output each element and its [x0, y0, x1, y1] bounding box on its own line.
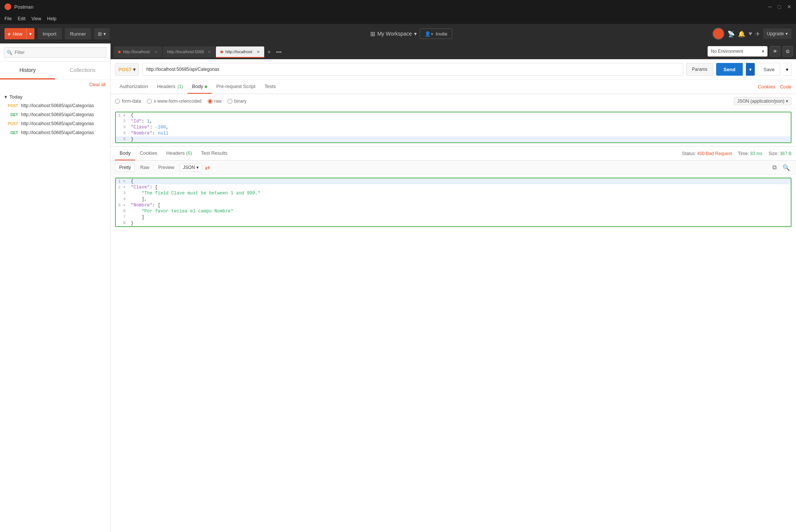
option-raw[interactable]: raw: [208, 99, 221, 104]
tab-headers[interactable]: Headers (1): [153, 80, 187, 94]
menu-help[interactable]: Help: [47, 16, 57, 21]
resp-line-1: 1 ▾ {: [116, 178, 791, 184]
search-input[interactable]: [4, 47, 106, 58]
json-format-selector[interactable]: JSON (application/json) ▾: [734, 97, 792, 105]
method-get-badge-2: GET: [4, 131, 18, 135]
option-binary[interactable]: binary: [227, 99, 247, 104]
tab-dot-1: [118, 51, 121, 53]
menu-file[interactable]: File: [4, 16, 12, 21]
method-post-badge: POST: [4, 104, 18, 108]
response-code-editor[interactable]: 1 ▾ { 2 ▾ "Clave": [ 3 "The field Clave …: [115, 178, 792, 227]
resp-line-6: 6 "Por favor teclea el campo Nombre": [116, 208, 791, 214]
resp-tab-body[interactable]: Body: [115, 146, 135, 160]
resp-tab-tests[interactable]: Test Results: [196, 146, 232, 160]
environment-dropdown[interactable]: No Environment ▾: [708, 46, 768, 57]
sidebar-tabs: History Collections: [0, 62, 110, 80]
sidebar-search-area: 🔍: [0, 43, 110, 62]
close-tab-3[interactable]: ✕: [257, 50, 260, 54]
chevron-down-icon: ▾: [786, 99, 788, 104]
tab-body[interactable]: Body: [187, 80, 212, 94]
code-line-1: 1 ▾ {: [116, 112, 791, 118]
wrap-icon[interactable]: ⇄: [203, 164, 211, 171]
resp-line-2: 2 ▾ "Clave": [: [116, 184, 791, 190]
send-dropdown-button[interactable]: ▾: [746, 63, 755, 76]
upgrade-button[interactable]: Upgrade ▾: [763, 28, 792, 39]
request-tab-1[interactable]: http://localhost: ✕: [114, 46, 162, 58]
history-item-4[interactable]: GET http://localhost:50685/api/Categoria…: [0, 128, 110, 137]
params-button[interactable]: Params: [686, 63, 713, 76]
method-selector[interactable]: POST ▾: [115, 63, 139, 76]
sidebar-tab-history[interactable]: History: [0, 62, 55, 79]
resp-line-5: 5 ▾ "Nombre": [: [116, 202, 791, 208]
option-urlencoded[interactable]: x-www-form-urlencoded: [147, 99, 201, 104]
preview-btn[interactable]: Preview: [154, 163, 178, 172]
chevron-down-icon: ▾: [196, 165, 199, 170]
history-item-2[interactable]: GET http://localhost:50685/api/Categoria…: [0, 110, 110, 119]
close-btn[interactable]: ✕: [787, 4, 792, 10]
send-icon[interactable]: ✈: [755, 30, 760, 37]
save-dropdown-button[interactable]: ▾: [783, 63, 792, 76]
url-input[interactable]: [142, 63, 683, 76]
menu-edit[interactable]: Edit: [18, 16, 25, 21]
search-response-icon[interactable]: 🔍: [781, 164, 792, 171]
copy-icon[interactable]: ⧉: [771, 164, 778, 171]
body-options: form-data x-www-form-urlencoded raw bina…: [111, 94, 796, 109]
raw-btn[interactable]: Raw: [136, 163, 153, 172]
resp-tab-cookies[interactable]: Cookies: [135, 146, 162, 160]
resp-line-3: 3 "The field Clave must be between 1 and…: [116, 190, 791, 196]
search-icon: 🔍: [7, 50, 12, 55]
notification-icon[interactable]: 🔔: [738, 30, 745, 37]
sidebar-tab-collections[interactable]: Collections: [55, 62, 110, 79]
clear-all-button[interactable]: Clear all: [0, 80, 110, 90]
heart-icon[interactable]: ♥: [748, 30, 752, 37]
resp-line-4: 4 ],: [116, 196, 791, 202]
tab-dot-3: [220, 51, 223, 53]
content-area: http://localhost: ✕ http://localhost:506…: [111, 43, 796, 532]
add-tab-button[interactable]: +: [265, 49, 273, 55]
close-tab-2[interactable]: ✕: [208, 50, 211, 54]
close-tab-1[interactable]: ✕: [154, 50, 157, 54]
code-line-4: 4 "Nombre": null: [116, 130, 791, 136]
json-format-dropdown[interactable]: JSON ▾: [180, 163, 202, 172]
response-section: Body Cookies Headers (6) Test Results St…: [111, 146, 796, 532]
sidebar: 🔍 History Collections Clear all ▾ Today …: [0, 43, 111, 532]
resp-tab-headers[interactable]: Headers (6): [162, 146, 197, 160]
menu-view[interactable]: View: [31, 16, 41, 21]
workspace-button[interactable]: ⊞ My Workspace ▾: [370, 30, 417, 37]
new-button[interactable]: + New ▾: [4, 28, 34, 39]
tab-prerequest[interactable]: Pre-request Script: [212, 80, 260, 94]
code-link[interactable]: Code: [780, 84, 792, 90]
request-tab-3[interactable]: http://localhost: ✕: [216, 46, 264, 58]
code-line-3: 3 "Clave": -100,: [116, 124, 791, 130]
maximize-btn[interactable]: □: [778, 4, 781, 10]
request-tabs-bar: Authorization Headers (1) Body Pre-reque…: [111, 80, 796, 94]
send-button[interactable]: Send: [716, 63, 743, 76]
build-layout-button[interactable]: ⊞ ▾: [94, 28, 110, 39]
resp-line-7: 7 ]: [116, 214, 791, 220]
sidebar-today-section: ▾ Today POST http://localhost:50685/api/…: [0, 90, 110, 140]
chevron-icon: ▾: [762, 49, 764, 54]
import-button[interactable]: Import: [37, 28, 62, 39]
history-item-3[interactable]: POST http://localhost:50685/api/Categori…: [0, 119, 110, 128]
cookies-link[interactable]: Cookies: [758, 84, 775, 90]
pretty-btn[interactable]: Pretty: [115, 163, 135, 172]
menu-bar: File Edit View Help: [0, 13, 796, 24]
tab-authorization[interactable]: Authorization: [115, 80, 153, 94]
option-form-data[interactable]: form-data: [115, 99, 141, 104]
response-status: Status: 400 Bad Request Time: 83 ms Size…: [682, 151, 792, 156]
method-chevron: ▾: [133, 67, 136, 72]
request-code-editor[interactable]: 1 ▾ { 2 "Id": 1, 3 "Clave": -100, 4 "Nom…: [115, 112, 792, 143]
code-line-2: 2 "Id": 1,: [116, 118, 791, 124]
satellite-icon[interactable]: 📡: [727, 30, 735, 37]
minimize-btn[interactable]: ─: [768, 4, 772, 10]
runner-button[interactable]: Runner: [65, 28, 91, 39]
request-body-section: 1 ▾ { 2 "Id": 1, 3 "Clave": -100, 4 "Nom…: [111, 109, 796, 146]
request-tab-2[interactable]: http://localhost:5068 ✕: [163, 46, 215, 58]
history-item-1[interactable]: POST http://localhost:50685/api/Categori…: [0, 101, 110, 110]
tab-tests[interactable]: Tests: [260, 80, 280, 94]
more-tabs-button[interactable]: •••: [274, 49, 284, 55]
settings-icon-btn[interactable]: ⚙: [783, 46, 793, 57]
eye-icon-btn[interactable]: 👁: [770, 46, 780, 57]
invite-button[interactable]: 👤+ Invite: [420, 28, 452, 39]
save-button[interactable]: Save: [758, 63, 780, 76]
